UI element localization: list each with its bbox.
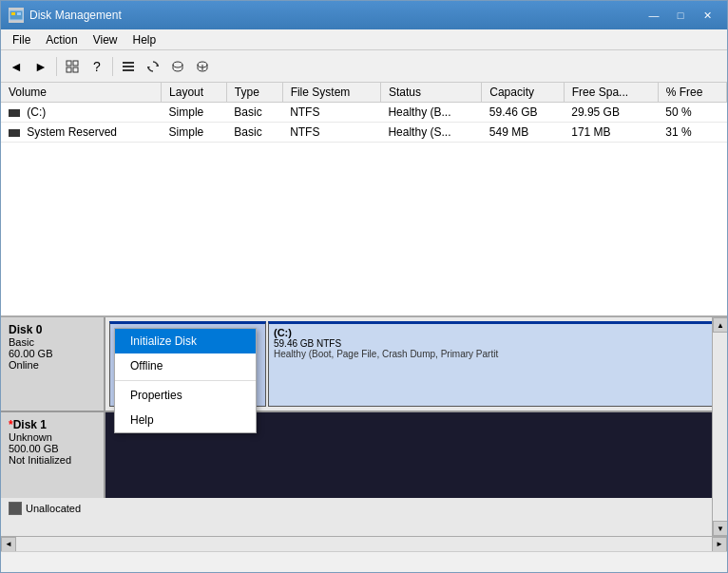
menu-file[interactable]: File [5, 31, 38, 48]
volume-table: Volume Layout Type File System Status Ca… [1, 83, 727, 143]
disk0-row: Disk 0 Basic 60.00 GB Online System Rese… [1, 317, 727, 412]
maximize-button[interactable]: □ [668, 6, 693, 25]
cell-pctfree: 50 % [658, 103, 726, 123]
cell-freespace: 29.95 GB [564, 103, 658, 123]
disk1-row: *Disk 1 Unknown 500.00 GB Not Initialize… [1, 412, 727, 498]
svg-rect-8 [123, 66, 134, 67]
col-status: Status [380, 83, 481, 103]
disk1-label: *Disk 1 Unknown 500.00 GB Not Initialize… [1, 412, 105, 498]
col-layout: Layout [162, 83, 227, 103]
partition-status: Healthy (Boot, Page File, Crash Dump, Pr… [274, 349, 718, 359]
cell-pctfree: 31 % [658, 123, 726, 143]
cell-capacity: 59.46 GB [482, 103, 564, 123]
cell-freespace: 171 MB [564, 123, 658, 143]
title-bar: Disk Management — □ ✕ [1, 1, 727, 29]
disk1-type: Unknown [9, 431, 96, 443]
partition-size: 59.46 GB NTFS [274, 338, 718, 349]
svg-rect-6 [73, 67, 78, 72]
disk1-size: 500.00 GB [9, 443, 96, 454]
table-row[interactable]: (C:) Simple Basic NTFS Healthy (B... 59.… [1, 103, 727, 123]
svg-rect-3 [67, 61, 71, 66]
status-bar [1, 551, 727, 572]
toolbar-help[interactable]: ? [86, 55, 108, 78]
toolbar: ◄ ► ? [1, 50, 727, 83]
cell-type: Basic [226, 103, 282, 123]
app-icon [9, 8, 24, 23]
toolbar-separator-2 [112, 57, 113, 76]
scrollbar-up-arrow[interactable]: ▲ [713, 317, 727, 333]
col-filesystem: File System [282, 83, 380, 103]
scrollbar-down-arrow[interactable]: ▼ [713, 521, 727, 536]
h-scrollbar[interactable]: ◄ ► [1, 536, 727, 551]
context-menu-separator [115, 380, 256, 381]
cell-volume: System Reserved [1, 123, 162, 143]
disk0-label: Disk 0 Basic 60.00 GB Online [1, 317, 105, 411]
cell-fs: NTFS [282, 103, 380, 123]
disk0-type: Basic [9, 336, 96, 348]
table-header-row: Volume Layout Type File System Status Ca… [1, 83, 727, 103]
cell-layout: Simple [162, 103, 227, 123]
disk0-size: 60.00 GB [9, 348, 96, 359]
cell-volume: (C:) [1, 103, 162, 123]
col-type: Type [226, 83, 282, 103]
disk1-status: Not Initialized [9, 454, 96, 466]
volume-table-section: Volume Layout Type File System Status Ca… [1, 83, 727, 317]
svg-rect-7 [123, 62, 134, 64]
cell-type: Basic [226, 123, 282, 143]
cell-capacity: 549 MB [482, 123, 564, 143]
h-scrollbar-track [16, 537, 712, 552]
menu-bar: File Action View Help [1, 29, 727, 50]
col-pctfree: % Free [658, 83, 726, 103]
svg-rect-5 [67, 67, 71, 72]
main-window: Disk Management — □ ✕ File Action View H… [0, 0, 728, 573]
close-button[interactable]: ✕ [695, 6, 719, 25]
minimize-button[interactable]: — [642, 6, 666, 25]
legend-box-unallocated [9, 502, 22, 515]
context-menu: Initialize Disk Offline Properties Help [114, 328, 257, 433]
svg-rect-9 [123, 69, 134, 71]
toolbar-separator-1 [56, 57, 57, 76]
cell-status: Healthy (S... [380, 123, 481, 143]
volume-icon [9, 109, 20, 117]
menu-action[interactable]: Action [38, 31, 85, 48]
svg-rect-2 [17, 12, 21, 15]
context-menu-initialize[interactable]: Initialize Disk [115, 329, 256, 353]
disk-section: Disk 0 Basic 60.00 GB Online System Rese… [1, 317, 727, 536]
svg-rect-1 [11, 12, 15, 15]
legend-row: Unallocated [1, 498, 727, 519]
volume-icon [9, 129, 20, 137]
main-content: Volume Layout Type File System Status Ca… [1, 83, 727, 551]
table-row[interactable]: System Reserved Simple Basic NTFS Health… [1, 123, 727, 143]
menu-help[interactable]: Help [125, 31, 164, 48]
toolbar-disk1[interactable] [166, 55, 189, 78]
asterisk-icon: * [9, 418, 13, 431]
partition-c-drive[interactable]: (C:) 59.46 GB NTFS Healthy (Boot, Page F… [268, 321, 723, 407]
col-capacity: Capacity [482, 83, 564, 103]
toolbar-disk2[interactable] [191, 55, 214, 78]
toolbar-refresh[interactable] [142, 55, 164, 78]
toolbar-grid[interactable] [61, 55, 84, 78]
context-menu-help[interactable]: Help [115, 408, 256, 432]
window-controls: — □ ✕ [642, 6, 719, 25]
col-volume: Volume [1, 83, 162, 103]
disk0-name: Disk 0 [9, 323, 96, 336]
svg-point-12 [173, 62, 182, 67]
disk1-name: *Disk 1 [9, 418, 96, 431]
h-scroll-left[interactable]: ◄ [1, 537, 16, 552]
svg-rect-4 [73, 61, 78, 66]
menu-view[interactable]: View [86, 31, 125, 48]
cell-layout: Simple [162, 123, 227, 143]
context-menu-offline[interactable]: Offline [115, 353, 256, 378]
h-scroll-right[interactable]: ► [712, 537, 727, 552]
cell-status: Healthy (B... [380, 103, 481, 123]
cell-fs: NTFS [282, 123, 380, 143]
context-menu-properties[interactable]: Properties [115, 383, 256, 408]
partition-name: (C:) [274, 327, 718, 338]
toolbar-forward[interactable]: ► [29, 55, 52, 78]
toolbar-list[interactable] [117, 55, 140, 78]
col-freespace: Free Spa... [564, 83, 658, 103]
scrollbar-track [713, 333, 727, 521]
toolbar-back[interactable]: ◄ [5, 55, 28, 78]
disk-scrollbar[interactable]: ▲ ▼ [712, 317, 727, 536]
legend-label-unallocated: Unallocated [26, 503, 81, 514]
